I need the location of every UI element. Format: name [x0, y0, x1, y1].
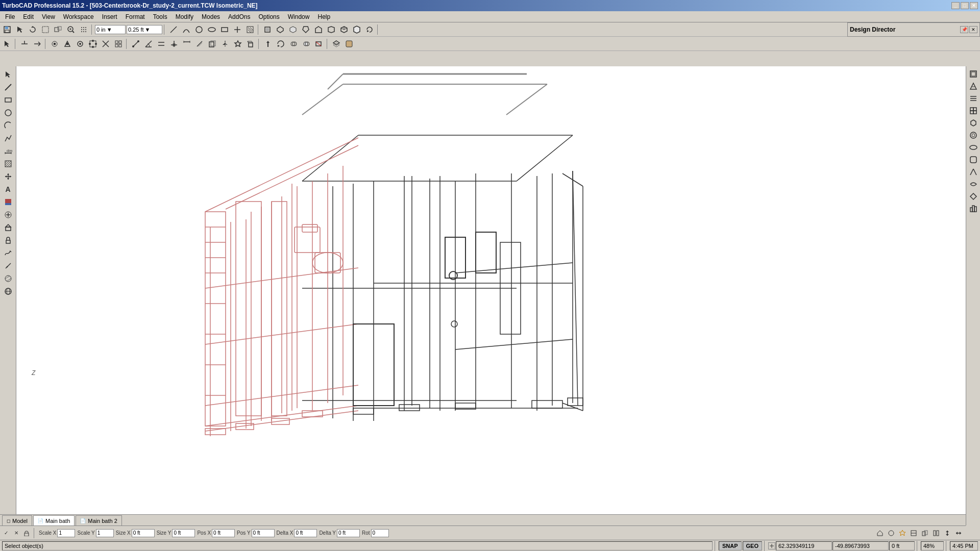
- select-box-button[interactable]: [39, 24, 52, 35]
- coord-input-2[interactable]: 0.25 ft ▼: [127, 25, 162, 34]
- main-canvas[interactable]: Z: [16, 66, 966, 525]
- props-icon-5[interactable]: [920, 528, 930, 538]
- menu-file[interactable]: File: [1, 12, 19, 21]
- props-icon-2[interactable]: [886, 528, 896, 538]
- cross-button[interactable]: [231, 24, 243, 35]
- right-tool-7[interactable]: [968, 142, 979, 153]
- pos-y-input[interactable]: [252, 529, 275, 537]
- ellipse-button[interactable]: [206, 24, 218, 35]
- snap-center[interactable]: [74, 38, 86, 49]
- menu-insert[interactable]: Insert: [98, 12, 121, 21]
- view-top-button[interactable]: [261, 24, 274, 35]
- tool-draw-line[interactable]: [2, 81, 15, 93]
- circle-button[interactable]: [193, 24, 205, 35]
- bool-union-btn[interactable]: [287, 38, 300, 49]
- menu-format[interactable]: Format: [121, 12, 149, 21]
- draw-parallel-btn[interactable]: [155, 38, 167, 49]
- view-right-button[interactable]: [287, 24, 299, 35]
- tool-arc[interactable]: [2, 119, 15, 132]
- bool-intersect-btn[interactable]: [300, 38, 312, 49]
- tool-spline[interactable]: [2, 247, 15, 259]
- select-button[interactable]: [14, 24, 26, 35]
- offset-btn[interactable]: [193, 38, 206, 49]
- line-button[interactable]: [167, 24, 180, 35]
- right-tool-4[interactable]: [968, 105, 979, 116]
- right-tool-3[interactable]: [968, 93, 979, 104]
- bool-subtract-btn[interactable]: [313, 38, 325, 49]
- coord-input-1[interactable]: 0 in ▼: [95, 25, 126, 34]
- size-x-input[interactable]: [132, 529, 155, 537]
- mirror-btn[interactable]: [219, 38, 231, 49]
- props-check[interactable]: ✓: [2, 529, 10, 537]
- tab-main-bath-2[interactable]: 📄 Main bath 2: [76, 515, 121, 525]
- props-icon-7[interactable]: [942, 528, 952, 538]
- tool-move[interactable]: [2, 170, 15, 183]
- menu-modes[interactable]: Modes: [198, 12, 224, 21]
- design-director-pin[interactable]: 📌: [960, 26, 968, 33]
- tool-text[interactable]: A: [2, 183, 15, 195]
- props-icon-4[interactable]: [909, 528, 919, 538]
- right-tool-2[interactable]: [968, 81, 979, 92]
- tab-main-bath[interactable]: 📄 Main bath: [33, 515, 75, 525]
- group-button[interactable]: [52, 24, 64, 35]
- view-left-button[interactable]: [312, 24, 325, 35]
- draw-line-btn[interactable]: [130, 38, 142, 49]
- rotate-button[interactable]: [27, 24, 39, 35]
- pos-x-input[interactable]: [212, 529, 235, 537]
- view-front-button[interactable]: [274, 24, 286, 35]
- material-btn[interactable]: [343, 38, 355, 49]
- tool-hatch[interactable]: [2, 158, 15, 170]
- minimize-button[interactable]: _: [951, 2, 960, 9]
- tool-paint[interactable]: [2, 196, 15, 208]
- menu-view[interactable]: View: [38, 12, 59, 21]
- save-button[interactable]: [1, 24, 13, 35]
- menu-help[interactable]: Help: [313, 12, 334, 21]
- tool-select[interactable]: [2, 68, 15, 81]
- 3d-extrude-btn[interactable]: [244, 38, 257, 49]
- scale-x-input[interactable]: [57, 529, 75, 537]
- view-isotwo-button[interactable]: [351, 24, 363, 35]
- tool-world[interactable]: [2, 285, 15, 297]
- right-tool-8[interactable]: [968, 154, 979, 165]
- arc-button[interactable]: [180, 24, 192, 35]
- props-icon-6[interactable]: [931, 528, 941, 538]
- tab-model[interactable]: ◻ Model: [2, 515, 32, 525]
- menu-window[interactable]: Window: [284, 12, 314, 21]
- view-isone-button[interactable]: [338, 24, 350, 35]
- zoom-button[interactable]: [65, 24, 77, 35]
- props-cancel[interactable]: ✕: [12, 529, 20, 537]
- hatch-button[interactable]: [244, 24, 256, 35]
- scale-y-input[interactable]: [96, 529, 114, 537]
- delta-x-input[interactable]: [294, 529, 317, 537]
- tool-lock[interactable]: [2, 234, 15, 246]
- rot-input[interactable]: [371, 529, 389, 537]
- snap-indicator[interactable]: SNAP: [719, 541, 742, 550]
- props-icon-3[interactable]: [897, 528, 908, 538]
- dimension-btn[interactable]: [181, 38, 193, 49]
- rotate-3d-btn[interactable]: [275, 38, 287, 49]
- right-tool-6[interactable]: [968, 130, 979, 141]
- view-bottom-button[interactable]: [325, 24, 337, 35]
- menu-options[interactable]: Options: [254, 12, 283, 21]
- design-director-close[interactable]: ✕: [969, 26, 977, 33]
- maximize-button[interactable]: □: [961, 2, 969, 9]
- extend-button[interactable]: [31, 38, 43, 49]
- menu-workspace[interactable]: Workspace: [59, 12, 98, 21]
- tool-symbol[interactable]: [2, 209, 15, 221]
- props-lock[interactable]: [22, 529, 31, 537]
- menu-edit[interactable]: Edit: [19, 12, 38, 21]
- right-tool-1[interactable]: [968, 68, 979, 80]
- snap-quad[interactable]: [87, 38, 99, 49]
- menu-modify[interactable]: Modify: [172, 12, 198, 21]
- explode-btn[interactable]: [232, 38, 244, 49]
- select-arrow[interactable]: [1, 38, 13, 49]
- tool-insert-block[interactable]: [2, 221, 15, 234]
- right-tool-11[interactable]: [968, 191, 979, 202]
- tool-circle[interactable]: [2, 107, 15, 119]
- tool-dimension[interactable]: dim: [2, 145, 15, 157]
- snap-intersect[interactable]: [100, 38, 112, 49]
- tool-measure[interactable]: [2, 260, 15, 272]
- snap-endpoint[interactable]: [48, 38, 61, 49]
- snap-grid-button[interactable]: [78, 24, 90, 35]
- right-tool-9[interactable]: [968, 166, 979, 178]
